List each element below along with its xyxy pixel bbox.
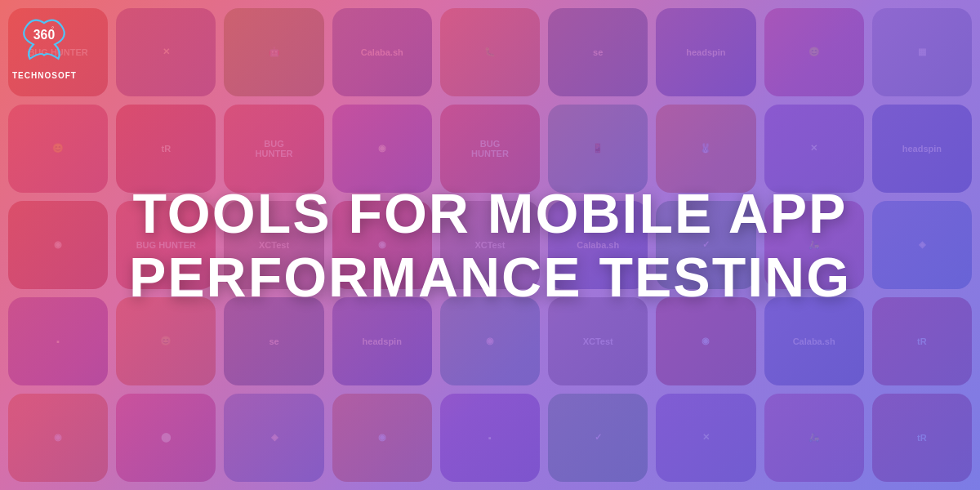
headline-text: TOOLS FOR MOBILE APP PERFORMANCE TESTING xyxy=(122,181,858,309)
logo: 360 ° TECHNOSOFT xyxy=(12,12,77,80)
svg-text:°: ° xyxy=(51,25,54,33)
logo-svg: 360 ° xyxy=(16,12,73,69)
headline: TOOLS FOR MOBILE APP PERFORMANCE TESTING xyxy=(122,181,858,309)
headline-line2: PERFORMANCE TESTING xyxy=(129,246,851,308)
logo-text: TECHNOSOFT xyxy=(12,71,77,80)
main-container: BUG HUNTER✕🤖Calaba.sh🐛seheadspin😊▦😊tRBUG… xyxy=(0,0,980,490)
headline-line1: TOOLS FOR MOBILE APP xyxy=(133,182,848,244)
